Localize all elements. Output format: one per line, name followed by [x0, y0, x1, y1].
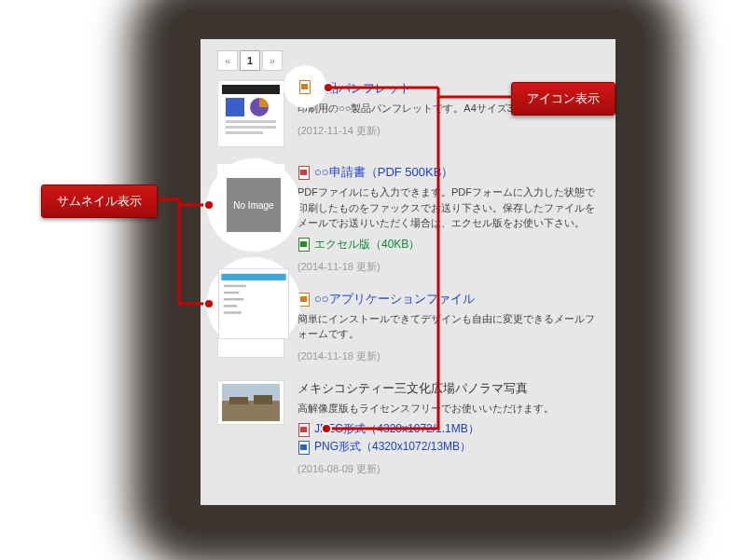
file-icon: [297, 423, 311, 436]
svg-rect-22: [224, 298, 243, 300]
thumbnail: [217, 80, 284, 147]
item-title-link[interactable]: ○○申請書（PDF 500KB）: [314, 164, 453, 181]
item-content: ○○申請書（PDF 500KB） PDFファイルにも入力できます。PDFフォーム…: [297, 164, 599, 274]
item-extra-link[interactable]: エクセル版（40KB）: [314, 237, 420, 253]
svg-rect-17: [254, 395, 272, 404]
item-content: ○○アプリケーションファイル 簡単にインストールできてデザインも自由に変更できる…: [297, 291, 599, 363]
item-updated: (2016-08-09 更新): [297, 462, 599, 476]
item-desc: PDFファイルにも入力できます。PDFフォームに入力した状態で印刷したものをファ…: [297, 184, 599, 231]
file-icon: [298, 80, 311, 93]
svg-rect-4: [226, 126, 276, 129]
item-desc: 簡単にインストールできてデザインも自由に変更できるメールフォームです。: [297, 311, 599, 342]
spotlight-icon: [284, 65, 326, 108]
item-content: メキシコシティー三文化広場パノラマ写真 高解像度版もライセンスフリーでお使いいた…: [297, 380, 599, 477]
svg-rect-21: [224, 292, 240, 294]
noimage-box: No Image: [222, 173, 285, 237]
item-updated: (2014-11-18 更新): [297, 260, 599, 274]
item-download-link[interactable]: PNG形式（4320x1072/13MB）: [314, 439, 471, 455]
item-desc: 高解像度版もライセンスフリーでお使いいただけます。: [297, 401, 599, 417]
spotlight-thumbnail: No Image: [207, 158, 300, 252]
file-icon: [297, 238, 311, 251]
spotlight-thumbnail: [207, 257, 300, 350]
svg-rect-23: [224, 305, 237, 307]
svg-rect-1: [226, 98, 244, 116]
svg-rect-5: [226, 131, 263, 134]
item-download-link[interactable]: JPEG形式（4320x1072/1.1MB）: [314, 421, 479, 437]
callout-thumbnail: サムネイル表示: [41, 184, 158, 218]
svg-rect-24: [224, 311, 242, 313]
svg-rect-16: [229, 397, 248, 404]
thumb-box: [218, 268, 289, 339]
file-icon: [297, 166, 311, 179]
pager: « 1 »: [217, 50, 599, 71]
svg-rect-3: [226, 120, 276, 123]
file-icon: [297, 441, 311, 454]
item-plain-title: メキシコシティー三文化広場パノラマ写真: [297, 380, 528, 397]
thumbnail: [217, 380, 284, 425]
item-updated: (2014-11-18 更新): [297, 349, 599, 363]
item-updated: (2012-11-14 更新): [297, 124, 599, 138]
pager-prev[interactable]: «: [217, 50, 238, 71]
pager-current[interactable]: 1: [240, 50, 260, 71]
pager-next[interactable]: »: [262, 50, 283, 71]
callout-icon: アイコン表示: [511, 82, 616, 116]
svg-rect-0: [222, 85, 280, 94]
item-title-link[interactable]: 製品パンフレット: [314, 80, 411, 97]
list-item: メキシコシティー三文化広場パノラマ写真 高解像度版もライセンスフリーでお使いいた…: [217, 380, 599, 477]
svg-rect-20: [224, 285, 246, 287]
svg-rect-19: [221, 274, 285, 280]
item-title-link[interactable]: ○○アプリケーションファイル: [314, 291, 475, 307]
